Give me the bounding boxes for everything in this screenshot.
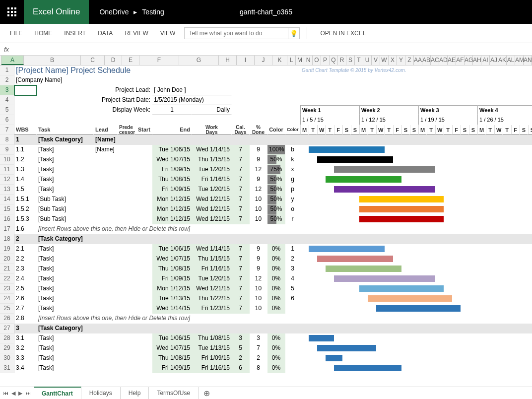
column-header[interactable]: AC bbox=[431, 56, 439, 65]
cell[interactable]: [Task Category] bbox=[37, 324, 94, 333]
column-header[interactable]: U bbox=[363, 56, 372, 65]
cell[interactable]: %Done bbox=[250, 125, 267, 135]
gantt-cell[interactable] bbox=[300, 264, 532, 274]
row-header[interactable]: 10 bbox=[0, 155, 14, 165]
cell[interactable] bbox=[118, 274, 135, 284]
cell[interactable] bbox=[94, 264, 118, 274]
cell[interactable] bbox=[135, 234, 152, 244]
column-header[interactable]: D bbox=[105, 56, 122, 65]
cell[interactable]: 7 bbox=[232, 254, 250, 264]
cell[interactable]: [Task] bbox=[37, 254, 94, 264]
gantt-cell[interactable] bbox=[300, 363, 532, 373]
cell[interactable]: Mon 1/12/15 bbox=[152, 284, 192, 294]
cell[interactable]: [Company Name] bbox=[14, 75, 213, 85]
cell[interactable]: M bbox=[300, 125, 309, 135]
cell[interactable]: 50% bbox=[267, 195, 285, 204]
cell[interactable]: Fri 1/09/15 bbox=[192, 353, 232, 363]
cell[interactable] bbox=[135, 185, 152, 195]
cell[interactable] bbox=[285, 343, 300, 353]
cell[interactable]: [Task] bbox=[37, 264, 94, 274]
prev-sheet-icon[interactable]: ◀ bbox=[11, 390, 15, 397]
row-header[interactable]: 30 bbox=[0, 353, 14, 363]
cell[interactable] bbox=[94, 254, 118, 264]
gantt-cell[interactable] bbox=[300, 185, 532, 195]
gantt-cell[interactable] bbox=[300, 234, 532, 244]
cell[interactable] bbox=[135, 324, 152, 333]
column-header[interactable]: Y bbox=[397, 56, 405, 65]
gantt-cell[interactable] bbox=[300, 175, 532, 185]
cell[interactable] bbox=[14, 105, 37, 115]
cell[interactable]: Daily bbox=[192, 105, 232, 115]
cell[interactable]: 2.7 bbox=[14, 304, 37, 314]
cell[interactable]: S bbox=[469, 125, 477, 135]
cell[interactable]: Fri 1/09/15 bbox=[152, 185, 192, 195]
cell[interactable]: 1 / 19 / 15 bbox=[418, 115, 477, 125]
row-header[interactable]: 22 bbox=[0, 274, 14, 284]
cell[interactable]: F bbox=[452, 125, 461, 135]
cell[interactable]: 0% bbox=[267, 274, 285, 284]
column-header[interactable]: AJ bbox=[490, 56, 498, 65]
column-header[interactable]: AD bbox=[439, 56, 448, 65]
cell[interactable]: Project Start Date: bbox=[37, 95, 152, 105]
cell[interactable]: T bbox=[444, 125, 452, 135]
cell[interactable]: Tue 1/20/15 bbox=[192, 165, 232, 175]
cell[interactable]: [Task] bbox=[37, 175, 94, 185]
cell[interactable]: Display Week: bbox=[37, 105, 152, 115]
column-header[interactable]: AH bbox=[473, 56, 481, 65]
row-header[interactable]: 11 bbox=[0, 165, 14, 175]
tab-file[interactable]: FILE bbox=[4, 30, 28, 37]
cell[interactable] bbox=[250, 324, 267, 333]
column-header[interactable]: Q bbox=[330, 56, 338, 65]
cell[interactable]: Fri 1/16/15 bbox=[192, 175, 232, 185]
next-sheet-icon[interactable]: ▶ bbox=[18, 390, 22, 397]
cell[interactable] bbox=[94, 214, 118, 224]
cell[interactable]: T bbox=[427, 125, 435, 135]
cell[interactable] bbox=[94, 204, 118, 214]
cell[interactable]: 10 bbox=[250, 304, 267, 314]
column-header[interactable]: E bbox=[122, 56, 139, 65]
row-header[interactable]: 27 bbox=[0, 324, 14, 333]
cell[interactable]: 1 bbox=[14, 135, 37, 145]
cell[interactable]: 1.6 bbox=[14, 224, 37, 234]
cell[interactable]: 7 bbox=[232, 165, 250, 175]
cell[interactable] bbox=[118, 304, 135, 314]
cell[interactable]: Tue 1/06/15 bbox=[152, 244, 192, 254]
cell[interactable]: Tue 1/13/15 bbox=[192, 343, 232, 353]
tab-view[interactable]: VIEW bbox=[154, 30, 182, 37]
row-header[interactable]: 20 bbox=[0, 254, 14, 264]
cell[interactable]: Thu 1/15/15 bbox=[192, 155, 232, 165]
cell[interactable]: 10 bbox=[250, 195, 267, 204]
gantt-cell[interactable] bbox=[300, 353, 532, 363]
column-header[interactable]: AF bbox=[456, 56, 465, 65]
cell[interactable]: r bbox=[285, 214, 300, 224]
document-title[interactable]: gantt-chart_o365 bbox=[240, 8, 292, 16]
cell[interactable]: 4 bbox=[285, 274, 300, 284]
cell[interactable]: Fri 1/16/15 bbox=[192, 264, 232, 274]
cell[interactable]: Lead bbox=[94, 125, 118, 135]
cell[interactable]: W bbox=[317, 125, 326, 135]
cell[interactable]: F bbox=[393, 125, 401, 135]
cell[interactable]: 1 bbox=[285, 244, 300, 254]
cell[interactable] bbox=[135, 343, 152, 353]
cell[interactable]: [Task Category] bbox=[37, 234, 94, 244]
cell[interactable]: Thu 1/22/15 bbox=[192, 294, 232, 304]
cell[interactable]: Start bbox=[135, 125, 152, 135]
cell[interactable]: [ John Doe ] bbox=[152, 85, 232, 95]
cell[interactable]: Fri 1/09/15 bbox=[152, 165, 192, 175]
cell[interactable] bbox=[267, 234, 285, 244]
cell[interactable] bbox=[94, 165, 118, 175]
gantt-cell[interactable] bbox=[300, 304, 532, 314]
column-header[interactable]: M bbox=[296, 56, 304, 65]
cell[interactable]: 0% bbox=[267, 254, 285, 264]
cell[interactable]: Project Lead: bbox=[37, 85, 152, 95]
cell[interactable]: 6 bbox=[232, 363, 250, 373]
cell[interactable]: [Task] bbox=[37, 363, 94, 373]
column-header[interactable]: AL bbox=[507, 56, 515, 65]
cell[interactable]: [Task] bbox=[37, 274, 94, 284]
cell[interactable]: [Task] bbox=[37, 155, 94, 165]
row-header[interactable]: 28 bbox=[0, 333, 14, 343]
cell[interactable] bbox=[118, 343, 135, 353]
cell[interactable]: Wed 1/21/15 bbox=[192, 214, 232, 224]
gantt-cell[interactable] bbox=[300, 214, 532, 224]
cell[interactable]: 7 bbox=[232, 304, 250, 314]
